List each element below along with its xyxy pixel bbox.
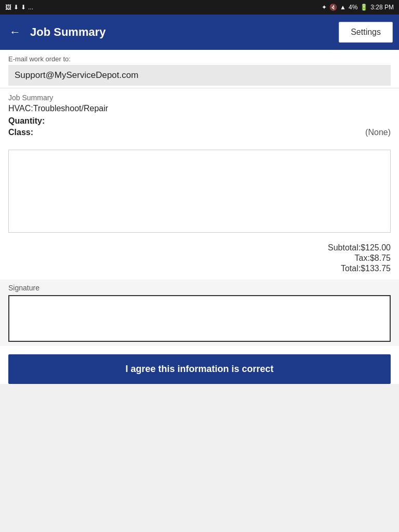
quantity-row: Quantity: bbox=[8, 116, 391, 126]
total-label: Total: bbox=[341, 264, 361, 273]
status-bar-right: ✦ 🔇 ▲ 4% 🔋 3:28 PM bbox=[322, 4, 394, 11]
status-icon-download1: ⬇ bbox=[14, 4, 19, 11]
battery-level: 4% bbox=[349, 4, 357, 11]
tax-label: Tax: bbox=[355, 254, 370, 262]
total-value: $133.75 bbox=[361, 264, 391, 273]
email-label: E-mail work order to: bbox=[8, 55, 391, 63]
signature-box[interactable] bbox=[8, 295, 391, 342]
agree-button[interactable]: I agree this information is correct bbox=[8, 354, 391, 384]
back-button[interactable]: ← bbox=[6, 22, 24, 42]
subtotal-value: $125.00 bbox=[361, 243, 391, 252]
email-section: E-mail work order to: bbox=[0, 50, 399, 88]
status-icon-image: 🖼 bbox=[5, 4, 11, 11]
total-row: Total:$133.75 bbox=[8, 264, 391, 273]
email-input[interactable] bbox=[8, 65, 391, 86]
wifi-icon: ▲ bbox=[340, 4, 346, 11]
bottom-spacer bbox=[0, 392, 399, 532]
class-row: Class: (None) bbox=[8, 128, 391, 137]
subtotal-row: Subtotal:$125.00 bbox=[8, 243, 391, 252]
tax-row: Tax:$8.75 bbox=[8, 254, 391, 263]
status-bar-left: 🖼 ⬇ ⬇ ... bbox=[5, 4, 33, 11]
signature-label: Signature bbox=[8, 284, 391, 292]
job-summary-service: HVAC:Troubleshoot/Repair bbox=[8, 104, 391, 113]
settings-button[interactable]: Settings bbox=[339, 22, 393, 43]
content-area: E-mail work order to: Job Summary HVAC:T… bbox=[0, 50, 399, 384]
status-icon-download2: ⬇ bbox=[21, 4, 26, 11]
signature-section: Signature bbox=[0, 280, 399, 346]
battery-icon: 🔋 bbox=[360, 4, 368, 11]
subtotal-label: Subtotal: bbox=[328, 243, 361, 252]
totals-section: Subtotal:$125.00 Tax:$8.75 Total:$133.75 bbox=[0, 238, 399, 280]
app-bar: ← Job Summary Settings bbox=[0, 15, 399, 50]
notes-area[interactable] bbox=[8, 150, 391, 233]
job-summary-section: Job Summary HVAC:Troubleshoot/Repair Qua… bbox=[0, 88, 399, 144]
status-bar: 🖼 ⬇ ⬇ ... ✦ 🔇 ▲ 4% 🔋 3:28 PM bbox=[0, 0, 399, 15]
class-value: (None) bbox=[365, 128, 391, 137]
job-summary-section-label: Job Summary bbox=[8, 94, 391, 102]
status-icon-more: ... bbox=[28, 4, 33, 11]
quantity-label: Quantity: bbox=[8, 116, 45, 126]
tax-value: $8.75 bbox=[370, 254, 391, 262]
bluetooth-icon: ✦ bbox=[322, 4, 327, 11]
time-display: 3:28 PM bbox=[370, 4, 394, 11]
mute-icon: 🔇 bbox=[329, 4, 337, 11]
page-title: Job Summary bbox=[30, 25, 332, 39]
class-label: Class: bbox=[8, 128, 33, 137]
